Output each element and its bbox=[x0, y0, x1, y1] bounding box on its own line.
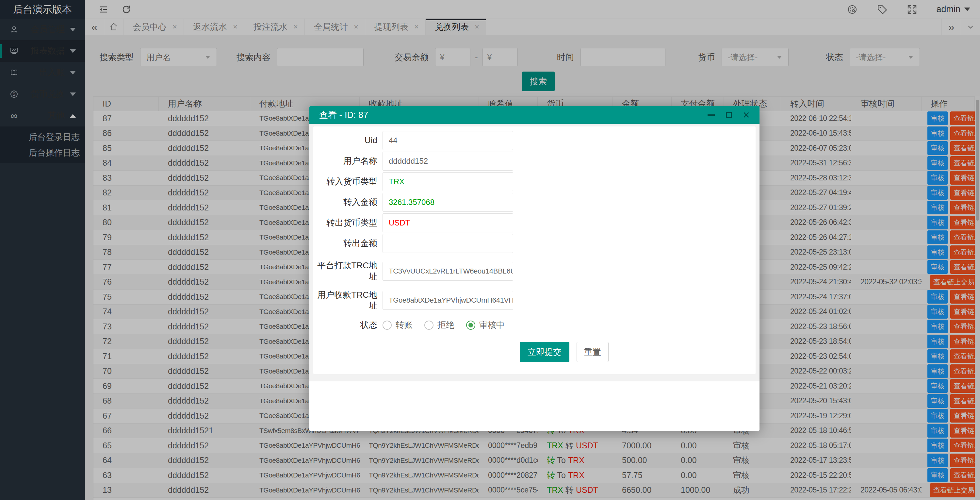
out-currency-input[interactable]: USDT bbox=[382, 213, 513, 232]
dialog-buttons: 立即提交 重置 bbox=[520, 342, 756, 362]
out-amount-input[interactable] bbox=[382, 234, 513, 253]
platform-trc-address-input[interactable]: TC3VvUUCxL2vRL1rLTW6eou14BBL6UuBQq bbox=[382, 262, 513, 281]
dialog-controls: × bbox=[697, 110, 750, 120]
radio-icon bbox=[466, 321, 475, 330]
radio-icon bbox=[424, 321, 433, 330]
dialog-form-card: Uid 44 用户名称 dddddd152 转入货币类型 TRX 转入金额 32… bbox=[313, 126, 756, 374]
uid-input[interactable]: 44 bbox=[382, 131, 513, 150]
status-field-label: 状态 bbox=[313, 320, 382, 331]
radio-transfer[interactable]: 转账 bbox=[382, 319, 412, 331]
close-icon[interactable]: × bbox=[743, 110, 750, 120]
reset-button[interactable]: 重置 bbox=[577, 342, 609, 362]
radio-icon bbox=[382, 321, 392, 330]
field-label: Uid bbox=[313, 135, 382, 146]
submit-button[interactable]: 立即提交 bbox=[520, 342, 570, 362]
user-trc-address-input[interactable]: TGoe8abtXDe1aYPVhjwDCUmH641VHkrCCX bbox=[382, 291, 513, 310]
minimize-icon[interactable] bbox=[708, 115, 715, 116]
dialog-title: 查看 - ID: 87 bbox=[319, 109, 368, 121]
in-amount-input[interactable]: 3261.357068 bbox=[382, 193, 513, 212]
field-label: 转入金额 bbox=[313, 197, 382, 208]
dialog-titlebar: 查看 - ID: 87 × bbox=[309, 106, 759, 124]
view-dialog: 查看 - ID: 87 × Uid 44 用户名称 dddddd152 转入货币… bbox=[309, 106, 759, 431]
status-radio-group: 状态 转账 拒绝 审核中 bbox=[313, 319, 756, 331]
field-label: 转出货币类型 bbox=[313, 217, 382, 228]
field-label: 平台打款TRC地址 bbox=[313, 260, 382, 282]
radio-reject[interactable]: 拒绝 bbox=[424, 319, 454, 331]
dialog-body: Uid 44 用户名称 dddddd152 转入货币类型 TRX 转入金额 32… bbox=[309, 124, 759, 431]
in-currency-input[interactable]: TRX bbox=[382, 172, 513, 191]
maximize-icon[interactable] bbox=[726, 112, 732, 118]
field-label: 用户名称 bbox=[313, 156, 382, 167]
dialog-blank-area bbox=[309, 381, 759, 431]
username-input[interactable]: dddddd152 bbox=[382, 151, 513, 170]
field-label: 转出金额 bbox=[313, 238, 382, 249]
field-label: 转入货币类型 bbox=[313, 176, 382, 187]
field-label: 用户收款TRC地址 bbox=[313, 290, 382, 312]
radio-reviewing[interactable]: 审核中 bbox=[466, 319, 505, 331]
